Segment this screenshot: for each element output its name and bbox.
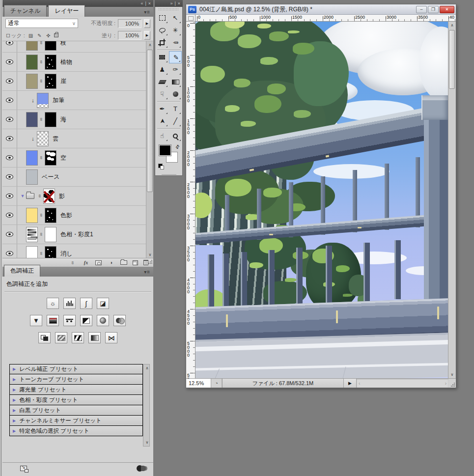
file-size-info[interactable]: ファイル : 67.8M/532.1M: [222, 379, 344, 388]
invert-icon[interactable]: [38, 332, 51, 343]
horizontal-scrollbar[interactable]: ‹ ›: [357, 379, 448, 388]
tab-layers[interactable]: レイヤー: [48, 5, 85, 17]
scroll-up-icon[interactable]: ∧: [143, 364, 151, 372]
healing-brush-tool[interactable]: [156, 51, 168, 63]
visibility-toggle[interactable]: [2, 41, 17, 52]
status-expand-button[interactable]: ▶: [344, 379, 357, 388]
scroll-left-icon[interactable]: ‹: [359, 381, 360, 386]
layer-row[interactable]: ∞色影: [2, 206, 146, 225]
layer-row[interactable]: ↓雲: [2, 129, 146, 148]
default-colors-icon[interactable]: [158, 164, 164, 169]
minimize-button[interactable]: –: [416, 6, 427, 13]
visibility-toggle[interactable]: [2, 53, 17, 71]
photo-filter-icon[interactable]: [97, 315, 109, 326]
layer-row[interactable]: ∞海: [2, 110, 146, 129]
layer-row[interactable]: ∞枝: [2, 41, 146, 53]
visibility-toggle[interactable]: [2, 110, 17, 129]
history-brush-tool[interactable]: ✑: [169, 63, 182, 76]
layer-mask-thumbnail[interactable]: [45, 208, 56, 223]
preset-row[interactable]: ▶レベル補正 プリセット: [9, 364, 143, 374]
layer-row[interactable]: ∞植物: [2, 53, 146, 72]
resize-grip[interactable]: [448, 379, 456, 388]
layer-thumbnail[interactable]: [26, 150, 38, 166]
burn-tool[interactable]: [169, 88, 182, 100]
visibility-toggle[interactable]: [2, 168, 17, 186]
fill-field[interactable]: 100%: [118, 31, 141, 40]
layer-thumbnail[interactable]: [37, 131, 49, 146]
magic-wand-tool[interactable]: ✳: [169, 24, 182, 36]
crop-tool[interactable]: [156, 36, 168, 49]
move-tool[interactable]: ↖: [169, 12, 182, 24]
preset-row[interactable]: ▶露光量 プリセット: [9, 385, 143, 395]
clip-to-layer-icon[interactable]: [137, 465, 146, 472]
canvas[interactable]: [195, 22, 448, 378]
scroll-down-icon[interactable]: ∨: [146, 251, 153, 258]
layer-thumbnail[interactable]: [26, 246, 38, 258]
brush-tool[interactable]: ✐: [169, 51, 182, 63]
scroll-down-icon[interactable]: ∨: [448, 371, 456, 378]
gradient-map-icon[interactable]: [88, 332, 101, 343]
layer-mask-thumbnail[interactable]: [45, 74, 56, 89]
lock-all-icon[interactable]: [54, 33, 58, 37]
hand-tool[interactable]: ☝: [156, 130, 168, 142]
layer-list-scrollbar[interactable]: ∧ ∨: [146, 41, 153, 258]
layer-thumbnail[interactable]: [26, 227, 38, 242]
exposure-icon[interactable]: ◪: [97, 298, 109, 309]
folder-icon[interactable]: [120, 260, 127, 265]
vertical-scrollbar[interactable]: ∧ ∨: [448, 22, 455, 378]
close-panel-icon[interactable]: ×: [178, 1, 180, 6]
preset-row[interactable]: ▶色相・彩度 プリセット: [9, 395, 143, 405]
visibility-toggle[interactable]: [2, 91, 17, 110]
levels-icon[interactable]: [63, 298, 76, 309]
zoom-level-field[interactable]: 12.5%: [186, 379, 211, 388]
layer-thumbnail[interactable]: [26, 74, 38, 89]
posterize-icon[interactable]: [55, 332, 67, 343]
scrollbar-thumb[interactable]: [449, 30, 455, 89]
scrollbar-thumb[interactable]: [147, 50, 153, 192]
opacity-field[interactable]: 100%: [118, 19, 141, 28]
hue-saturation-icon[interactable]: [47, 315, 59, 326]
preset-row[interactable]: ▶白黒 プリセット: [9, 405, 143, 416]
panel-menu-icon[interactable]: ▾≡: [144, 9, 150, 15]
layer-mask-thumbnail[interactable]: [45, 112, 56, 127]
layer-thumbnail[interactable]: [26, 112, 38, 127]
layer-mask-thumbnail[interactable]: [45, 150, 56, 166]
selective-color-icon[interactable]: ⋈: [105, 332, 117, 343]
black-white-icon[interactable]: [80, 315, 92, 326]
path-selection-tool[interactable]: ➤: [156, 115, 168, 127]
visibility-toggle[interactable]: [2, 129, 17, 148]
expand-dock-icon[interactable]: »: [170, 1, 172, 6]
tab-adjustments[interactable]: 色調補正: [4, 265, 40, 277]
lock-transparency-icon[interactable]: ▨: [28, 33, 34, 38]
layer-thumbnail[interactable]: [26, 208, 38, 223]
layer-row[interactable]: ∞空: [2, 148, 146, 168]
channel-mixer-icon[interactable]: [113, 315, 126, 326]
drag-grip[interactable]: [158, 8, 179, 11]
color-balance-icon[interactable]: [63, 315, 76, 326]
line-tool[interactable]: ╱: [169, 115, 182, 127]
layer-mask-thumbnail[interactable]: [45, 227, 56, 242]
layer-row[interactable]: ∞崖: [2, 72, 146, 91]
layer-row[interactable]: ∞消し: [2, 244, 146, 258]
swap-colors-icon[interactable]: ⇄: [174, 143, 181, 150]
visibility-toggle[interactable]: [2, 244, 17, 258]
visibility-toggle[interactable]: [2, 187, 17, 205]
layer-mask-thumbnail[interactable]: [45, 41, 56, 51]
preset-row[interactable]: ▶特定色域の選択 プリセット: [9, 426, 143, 436]
lock-paint-icon[interactable]: ✎: [36, 33, 43, 38]
close-button[interactable]: ×: [440, 6, 454, 13]
zoom-tool[interactable]: [169, 130, 182, 142]
smudge-tool[interactable]: ☟: [156, 88, 168, 100]
scroll-up-icon[interactable]: ∧: [146, 41, 153, 49]
layer-row[interactable]: ▼∞影: [2, 187, 146, 206]
scroll-right-icon[interactable]: ›: [445, 381, 446, 386]
ruler-corner[interactable]: [186, 15, 195, 22]
close-panel-icon[interactable]: ×: [148, 1, 151, 6]
layer-thumbnail[interactable]: [37, 93, 49, 108]
eraser-tool[interactable]: [156, 76, 168, 88]
adjustment-layer-icon[interactable]: ◑: [107, 260, 115, 266]
lasso-tool[interactable]: [156, 24, 168, 36]
layer-mask-thumbnail[interactable]: [43, 189, 55, 204]
foreground-color-swatch[interactable]: [159, 145, 171, 156]
layer-row[interactable]: ↓加筆: [2, 91, 146, 110]
